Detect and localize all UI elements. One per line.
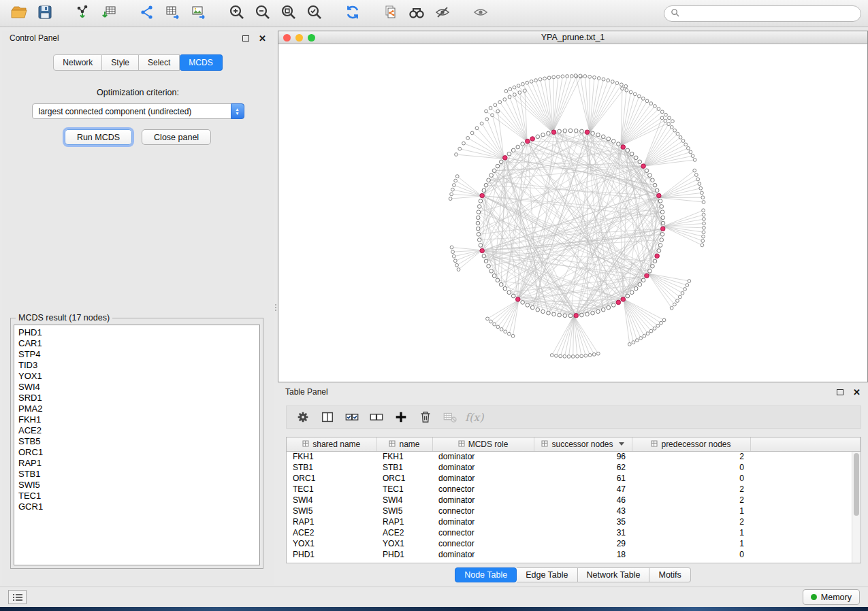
copy-network-button[interactable] [379,3,403,24]
float-table-panel-icon[interactable] [837,389,843,395]
cell-mcds-role: dominator [432,462,534,473]
tab-network-table[interactable]: Network Table [578,567,650,582]
mcds-result-item[interactable]: GCR1 [18,501,259,512]
column-header-successor-nodes[interactable]: successor nodes [534,437,632,451]
mcds-result-list[interactable]: PHD1CAR1STP4TID3YOX1SWI4SRD1PMA2FKH1ACE2… [14,325,260,565]
mcds-result-item[interactable]: RAP1 [18,458,259,469]
import-network-button[interactable] [71,3,95,24]
mcds-result-item[interactable]: STB5 [18,436,259,447]
export-table-button[interactable] [161,3,185,24]
close-panel-icon[interactable]: ✕ [259,34,266,43]
select-all-rows-button[interactable] [342,408,361,426]
scrollbar-thumb[interactable] [854,453,859,516]
table-row[interactable]: STB1STB1dominator620 [287,462,861,473]
mcds-result-title: MCDS result (17 nodes) [16,313,112,323]
mcds-result-item[interactable]: PHD1 [18,327,259,338]
mcds-result-item[interactable]: SRD1 [18,393,259,403]
table-settings-button[interactable] [293,408,312,426]
tab-edge-table[interactable]: Edge Table [517,567,577,582]
table-row[interactable]: ORC1ORC1dominator610 [287,473,861,484]
table-row[interactable]: TEC1TEC1connector472 [287,484,861,495]
column-grid-icon [458,440,465,449]
table-row[interactable]: FKH1FKH1dominator962 [287,451,861,462]
search-input[interactable] [684,9,854,18]
create-column-button[interactable] [391,408,410,426]
mcds-result-item[interactable]: YOX1 [18,371,259,382]
window-maximize-traffic-light[interactable] [308,34,315,42]
checked-boxes-icon [344,410,360,425]
mcds-result-item[interactable]: SWI4 [18,382,259,393]
tab-select[interactable]: Select [139,54,180,71]
table-row[interactable]: RAP1RAP1dominator352 [287,516,861,527]
column-header-filler [750,437,861,451]
mcds-result-item[interactable]: TEC1 [18,491,259,501]
table-scrollbar[interactable] [852,452,861,563]
close-table-panel-icon[interactable]: ✕ [853,388,861,397]
hide-visual-properties-button[interactable] [430,3,455,24]
cell-filler [750,495,861,506]
save-session-button[interactable] [33,3,57,24]
cell-filler [750,484,861,495]
table-row[interactable]: YOX1YOX1connector291 [287,538,861,549]
task-history-button[interactable] [8,590,27,604]
search-network-button[interactable] [404,3,429,24]
mcds-result-item[interactable]: STP4 [18,349,259,360]
cell-predecessor-nodes: 2 [632,451,750,462]
mcds-result-item[interactable]: TID3 [18,360,259,371]
zoom-selected-button[interactable] [302,3,327,24]
mcds-result-item[interactable]: PMA2 [18,403,259,414]
column-header-predecessor-nodes[interactable]: predecessor nodes [632,437,750,451]
mcds-result-item[interactable]: ACE2 [18,425,259,436]
cell-predecessor-nodes: 2 [632,495,750,506]
table-row[interactable]: SWI5SWI5connector431 [287,506,861,516]
tab-network[interactable]: Network [53,54,102,71]
optimization-criterion-dropdown[interactable]: largest connected component (undirected)… [32,103,244,119]
run-mcds-button[interactable]: Run MCDS [65,129,132,145]
mcds-result-item[interactable]: FKH1 [18,414,259,425]
tab-node-table[interactable]: Node Table [455,567,517,582]
close-panel-button[interactable]: Close panel [142,129,211,145]
zoom-in-button[interactable] [225,3,249,24]
mcds-result-item[interactable]: STB1 [18,469,259,480]
show-visual-properties-button[interactable] [468,3,493,24]
column-header-shared-name[interactable]: shared name [287,437,376,451]
window-close-traffic-light[interactable] [283,34,291,42]
export-network-button[interactable] [135,3,159,24]
open-session-button[interactable] [7,3,31,24]
table-row[interactable]: PHD1PHD1dominator180 [287,549,861,560]
network-window-titlebar[interactable]: YPA_prune.txt_1 [278,31,867,44]
show-columns-button[interactable] [318,408,336,426]
cell-mcds-role: dominator [432,451,534,462]
deselect-all-rows-button[interactable] [367,408,385,426]
tab-style[interactable]: Style [102,54,139,71]
cell-predecessor-nodes: 2 [632,484,750,495]
cell-filler [750,527,861,538]
zoom-fit-button[interactable] [276,3,301,24]
global-search-box[interactable] [664,5,861,22]
apply-layout-button[interactable] [340,3,365,24]
sort-caret-icon[interactable] [619,442,624,446]
table-row[interactable]: SWI4SWI4dominator462 [287,495,861,506]
memory-button[interactable]: Memory [803,589,860,605]
cell-name: SWI4 [376,495,432,506]
mcds-result-item[interactable]: CAR1 [18,338,259,349]
control-panel-tabs: NetworkStyleSelectMCDS [2,54,274,71]
tab-mcds[interactable]: MCDS [180,54,222,71]
mcds-result-item[interactable]: ORC1 [18,447,259,458]
folder-open-icon [10,4,28,22]
zoom-out-button[interactable] [251,3,275,24]
tab-motifs[interactable]: Motifs [649,567,690,582]
import-table-button[interactable] [97,3,121,24]
network-view-window: YPA_prune.txt_1 [278,31,868,382]
table-row[interactable]: ACE2ACE2connector311 [287,527,861,538]
network-canvas[interactable] [278,44,867,382]
delete-column-button[interactable] [416,408,434,426]
mcds-result-item[interactable]: SWI5 [18,480,259,491]
window-minimize-traffic-light[interactable] [295,34,303,42]
zoom-selected-icon [306,3,323,23]
column-label: MCDS role [468,440,509,449]
float-panel-icon[interactable] [242,35,249,42]
column-header-name[interactable]: name [376,437,432,451]
column-header-mcds-role[interactable]: MCDS role [432,437,534,451]
export-image-button[interactable] [187,3,211,24]
